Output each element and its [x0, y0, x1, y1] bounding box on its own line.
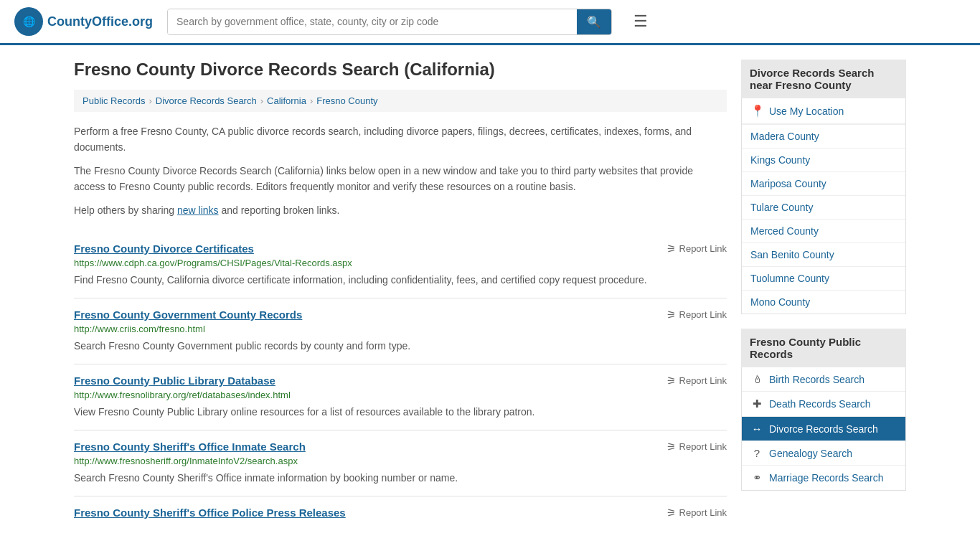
nearby-title: Divorce Records Search near Fresno Count…	[741, 60, 906, 98]
candle-icon: 🕯	[750, 373, 763, 385]
list-item: Merced County	[742, 220, 905, 243]
result-title[interactable]: Fresno County Sheriff's Office Inmate Se…	[74, 441, 306, 453]
nearby-section: Divorce Records Search near Fresno Count…	[741, 60, 906, 314]
list-item: Mono County	[742, 291, 905, 314]
report-icon: ⚞	[666, 242, 676, 255]
report-icon: ⚞	[666, 441, 676, 453]
description-p3: Help others by sharing new links and rep…	[74, 202, 727, 218]
rings-icon: ⚭	[750, 471, 763, 484]
report-link-button[interactable]: ⚞ Report Link	[666, 375, 727, 387]
nearby-mariposa[interactable]: Mariposa County	[742, 172, 905, 195]
list-item: ? Genealogy Search	[742, 441, 905, 466]
breadcrumb-california[interactable]: California	[267, 95, 306, 106]
use-location-button[interactable]: 📍 Use My Location	[742, 98, 905, 124]
result-header: Fresno County Public Library Database ⚞ …	[74, 375, 727, 387]
table-row: Fresno County Government County Records …	[74, 298, 727, 364]
hamburger-menu[interactable]: ☰	[633, 12, 648, 31]
result-title[interactable]: Fresno County Sheriff's Office Police Pr…	[74, 507, 346, 519]
list-item: 🕯 Birth Records Search	[742, 367, 905, 392]
list-item: Kings County	[742, 149, 905, 172]
table-row: Fresno County Sheriff's Office Police Pr…	[74, 496, 727, 529]
public-records-section: Fresno County Public Records 🕯 Birth Rec…	[741, 329, 906, 491]
content-area: Fresno County Divorce Records Search (Ca…	[74, 60, 727, 529]
sidebar: Divorce Records Search near Fresno Count…	[741, 60, 906, 529]
report-icon: ⚞	[666, 507, 676, 519]
divorce-records-link[interactable]: ↔ Divorce Records Search	[742, 417, 905, 441]
breadcrumb: Public Records › Divorce Records Search …	[74, 90, 727, 112]
list-item: Tulare County	[742, 196, 905, 220]
new-links-link[interactable]: new links	[177, 204, 219, 216]
list-item: Madera County	[742, 125, 905, 149]
genealogy-search-link[interactable]: ? Genealogy Search	[742, 441, 905, 465]
question-icon: ?	[750, 447, 763, 459]
report-link-button[interactable]: ⚞ Report Link	[666, 242, 727, 255]
result-url[interactable]: https://www.cdph.ca.gov/Programs/CHSI/Pa…	[74, 258, 727, 268]
list-item: ✚ Death Records Search	[742, 392, 905, 417]
arrows-icon: ↔	[750, 423, 763, 435]
nearby-kings[interactable]: Kings County	[742, 149, 905, 171]
public-records-title: Fresno County Public Records	[741, 329, 906, 367]
list-item: Mariposa County	[742, 172, 905, 196]
breadcrumb-fresno-county[interactable]: Fresno County	[316, 95, 377, 106]
result-header: Fresno County Divorce Certificates ⚞ Rep…	[74, 242, 727, 255]
nearby-mono[interactable]: Mono County	[742, 291, 905, 314]
result-header: Fresno County Sheriff's Office Police Pr…	[74, 507, 727, 519]
result-desc: View Fresno County Public Library online…	[74, 405, 727, 420]
nearby-tulare[interactable]: Tulare County	[742, 196, 905, 219]
search-input[interactable]	[168, 9, 577, 34]
result-url[interactable]: http://www.fresnolibrary.org/ref/databas…	[74, 390, 727, 400]
result-url[interactable]: http://www.fresnosheriff.org/InmateInfoV…	[74, 456, 727, 466]
nearby-merced[interactable]: Merced County	[742, 220, 905, 242]
svg-text:🌐: 🌐	[23, 16, 36, 28]
report-link-button[interactable]: ⚞ Report Link	[666, 309, 727, 321]
pin-icon: 📍	[750, 104, 765, 118]
list-item: San Benito County	[742, 243, 905, 267]
nearby-madera[interactable]: Madera County	[742, 125, 905, 148]
breadcrumb-sep-2: ›	[260, 95, 263, 106]
breadcrumb-sep-3: ›	[310, 95, 313, 106]
list-item: ↔ Divorce Records Search	[742, 417, 905, 441]
list-item: 📍 Use My Location	[742, 98, 905, 125]
main-container: Fresno County Divorce Records Search (Ca…	[60, 45, 920, 544]
logo-text: CountyOffice.org	[47, 14, 153, 29]
marriage-records-link[interactable]: ⚭ Marriage Records Search	[742, 466, 905, 490]
search-button[interactable]: 🔍	[577, 9, 611, 34]
nearby-san-benito[interactable]: San Benito County	[742, 243, 905, 266]
header: 🌐 CountyOffice.org 🔍 ☰	[0, 0, 980, 45]
cross-icon: ✚	[750, 397, 763, 410]
logo-link[interactable]: 🌐 CountyOffice.org	[14, 7, 153, 36]
result-header: Fresno County Sheriff's Office Inmate Se…	[74, 441, 727, 453]
result-title[interactable]: Fresno County Divorce Certificates	[74, 242, 254, 255]
result-title[interactable]: Fresno County Public Library Database	[74, 375, 275, 387]
nearby-list: 📍 Use My Location Madera County Kings Co…	[741, 98, 906, 314]
logo-icon: 🌐	[14, 7, 43, 36]
list-item: ⚭ Marriage Records Search	[742, 466, 905, 490]
breadcrumb-public-records[interactable]: Public Records	[83, 95, 145, 106]
report-link-button[interactable]: ⚞ Report Link	[666, 507, 727, 519]
report-icon: ⚞	[666, 309, 676, 321]
result-desc: Find Fresno County, California divorce c…	[74, 273, 727, 288]
result-desc: Search Fresno County Government public r…	[74, 339, 727, 354]
death-records-link[interactable]: ✚ Death Records Search	[742, 392, 905, 416]
description-p2: The Fresno County Divorce Records Search…	[74, 163, 727, 195]
result-desc: Search Fresno County Sheriff's Office in…	[74, 471, 727, 486]
birth-records-link[interactable]: 🕯 Birth Records Search	[742, 367, 905, 391]
table-row: Fresno County Divorce Certificates ⚞ Rep…	[74, 232, 727, 298]
report-icon: ⚞	[666, 375, 676, 387]
result-title[interactable]: Fresno County Government County Records	[74, 309, 302, 321]
breadcrumb-divorce-records[interactable]: Divorce Records Search	[156, 95, 257, 106]
list-item: Tuolumne County	[742, 267, 905, 291]
nearby-tuolumne[interactable]: Tuolumne County	[742, 267, 905, 290]
table-row: Fresno County Sheriff's Office Inmate Se…	[74, 430, 727, 496]
page-title: Fresno County Divorce Records Search (Ca…	[74, 60, 727, 80]
result-header: Fresno County Government County Records …	[74, 309, 727, 321]
result-url[interactable]: http://www.criis.com/fresno.html	[74, 324, 727, 334]
results-list: Fresno County Divorce Certificates ⚞ Rep…	[74, 232, 727, 529]
breadcrumb-sep-1: ›	[149, 95, 151, 106]
report-link-button[interactable]: ⚞ Report Link	[666, 441, 727, 453]
public-records-list: 🕯 Birth Records Search ✚ Death Records S…	[741, 367, 906, 491]
search-bar: 🔍	[167, 9, 612, 35]
description-p1: Perform a free Fresno County, CA public …	[74, 123, 727, 156]
table-row: Fresno County Public Library Database ⚞ …	[74, 364, 727, 430]
